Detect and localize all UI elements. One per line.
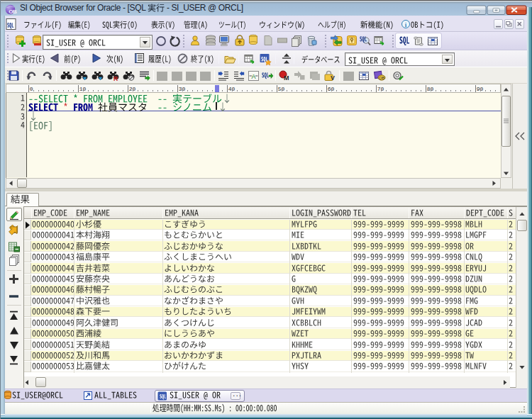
svg-text:V: V	[331, 74, 335, 82]
svg-text:R: R	[113, 75, 118, 82]
svg-text:A: A	[251, 73, 255, 80]
svg-text:OB: OB	[9, 9, 17, 15]
svg-text:OB: OB	[379, 76, 385, 80]
svg-text:M: M	[284, 74, 289, 82]
